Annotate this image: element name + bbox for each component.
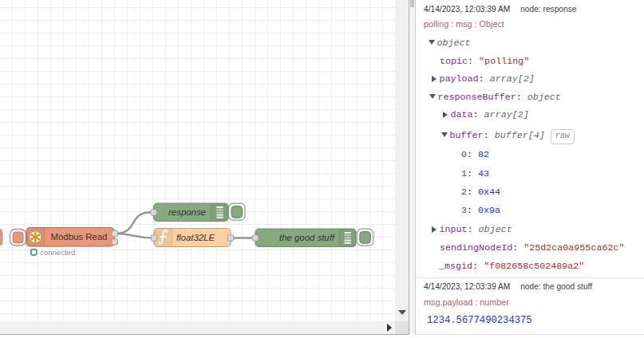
svg-text:Modbus Read: Modbus Read: [51, 232, 108, 242]
svg-text:response: response: [168, 207, 206, 217]
svg-text:connected: connected: [40, 248, 75, 257]
svg-text:float32LE: float32LE: [176, 233, 215, 242]
svg-text:the good stuff: the good stuff: [279, 233, 336, 242]
